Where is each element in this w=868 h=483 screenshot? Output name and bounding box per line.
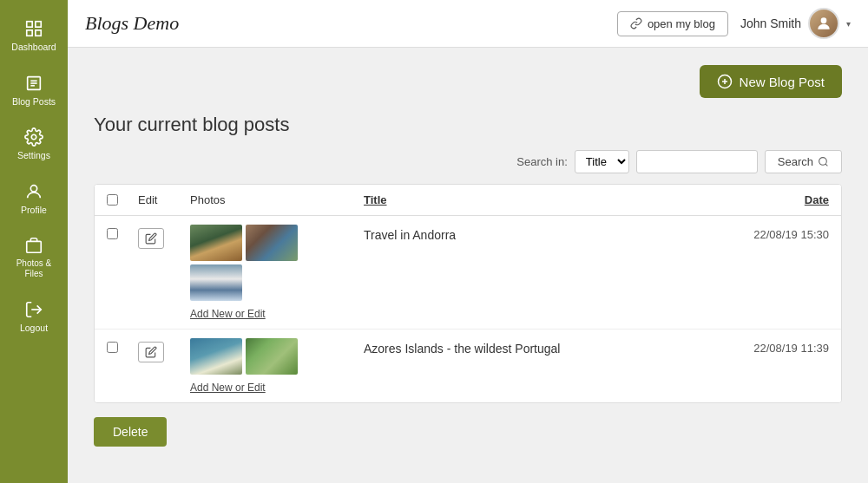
search-button[interactable]: Search [765, 150, 842, 173]
open-my-blog-label: open my blog [648, 17, 715, 30]
svg-line-17 [825, 164, 827, 166]
row2-title: Azores Islands - the wildest Portugal [364, 338, 690, 356]
sidebar-label-dashboard: Dashboard [11, 42, 56, 53]
sidebar-item-profile[interactable]: Profile [0, 172, 68, 226]
sidebar-item-blog-posts[interactable]: Blog Posts [0, 63, 68, 118]
chevron-down-icon: ▾ [846, 19, 851, 29]
user-name: John Smith [740, 16, 801, 30]
svg-point-16 [819, 158, 827, 166]
svg-rect-0 [27, 22, 32, 27]
search-in-select[interactable]: Title [575, 150, 629, 173]
row2-photo-1[interactable] [190, 338, 242, 375]
content-area: New Blog Post Your current blog posts Se… [68, 48, 868, 483]
sidebar-label-logout: Logout [20, 323, 48, 334]
row1-date: 22/08/19 15:30 [690, 225, 829, 241]
new-blog-post-button[interactable]: New Blog Post [700, 65, 842, 98]
svg-point-9 [30, 185, 36, 191]
sidebar-item-logout[interactable]: Logout [0, 290, 68, 344]
row1-checkbox[interactable] [107, 228, 118, 239]
delete-button[interactable]: Delete [94, 417, 167, 447]
svg-rect-3 [36, 30, 41, 36]
sidebar: Dashboard Blog Posts Settings Profile Ph… [0, 0, 68, 483]
select-all-checkbox[interactable] [107, 194, 118, 206]
sidebar-label-settings: Settings [17, 150, 50, 161]
svg-rect-2 [27, 30, 32, 36]
sidebar-label-blog-posts: Blog Posts [12, 96, 56, 108]
row1-edit-cell [138, 225, 190, 249]
header-checkbox-cell [107, 194, 138, 206]
app-logo: Blogs Demo [85, 12, 179, 35]
main-content: Blogs Demo open my blog John Smith ▾ New… [68, 0, 868, 483]
row2-photo-2[interactable] [246, 338, 298, 375]
search-label: Search [778, 155, 813, 168]
row2-photos-row [190, 338, 364, 375]
svg-point-12 [821, 17, 827, 23]
row1-photos-row [190, 225, 364, 261]
new-blog-post-label: New Blog Post [740, 75, 825, 89]
sidebar-label-photos-files: Photos & Files [16, 258, 52, 279]
topbar: Blogs Demo open my blog John Smith ▾ [68, 0, 868, 48]
header-photos: Photos [190, 193, 364, 206]
row1-photo-2[interactable] [246, 225, 298, 261]
row1-photo-1[interactable] [190, 225, 242, 261]
svg-point-8 [31, 134, 36, 140]
table-header: Edit Photos Title Date [95, 185, 841, 216]
row1-photos-cell: Add New or Edit [190, 225, 364, 320]
row2-date: 22/08/19 11:39 [690, 338, 829, 355]
row2-checkbox-cell [107, 338, 138, 353]
page-title: Your current blog posts [94, 114, 842, 136]
user-area[interactable]: John Smith ▾ [740, 8, 851, 39]
row1-add-new-edit-link[interactable]: Add New or Edit [190, 308, 364, 320]
row2-add-new-edit-link[interactable]: Add New or Edit [190, 382, 364, 394]
sidebar-item-dashboard[interactable]: Dashboard [0, 9, 68, 63]
search-input[interactable] [636, 150, 758, 173]
open-my-blog-button[interactable]: open my blog [617, 11, 728, 36]
sidebar-item-photos-files[interactable]: Photos & Files [0, 225, 68, 290]
avatar [808, 8, 839, 39]
row1-checkbox-cell [107, 225, 138, 239]
header-edit: Edit [138, 193, 190, 206]
row2-photos-cell: Add New or Edit [190, 338, 364, 394]
svg-rect-10 [27, 242, 42, 253]
topbar-right: open my blog John Smith ▾ [617, 8, 851, 39]
search-in-label: Search in: [516, 155, 568, 168]
header-date[interactable]: Date [690, 193, 829, 206]
row1-photos-row2 [190, 264, 364, 301]
row1-title: Travel in Andorra [364, 225, 690, 242]
row1-photo-3[interactable] [190, 264, 242, 301]
sidebar-label-profile: Profile [21, 205, 47, 216]
row2-checkbox[interactable] [107, 342, 118, 353]
header-title[interactable]: Title [364, 193, 690, 206]
row2-edit-button[interactable] [138, 342, 164, 362]
row1-edit-button[interactable] [138, 228, 164, 249]
search-bar: Search in: Title Search [94, 150, 842, 173]
table-row: Add New or Edit Travel in Andorra 22/08/… [95, 216, 841, 330]
sidebar-item-settings[interactable]: Settings [0, 117, 68, 172]
svg-rect-1 [36, 22, 41, 27]
table-row: Add New or Edit Azores Islands - the wil… [95, 330, 841, 402]
posts-table: Edit Photos Title Date [94, 184, 842, 403]
row2-edit-cell [138, 338, 190, 362]
new-post-bar: New Blog Post [94, 65, 842, 98]
